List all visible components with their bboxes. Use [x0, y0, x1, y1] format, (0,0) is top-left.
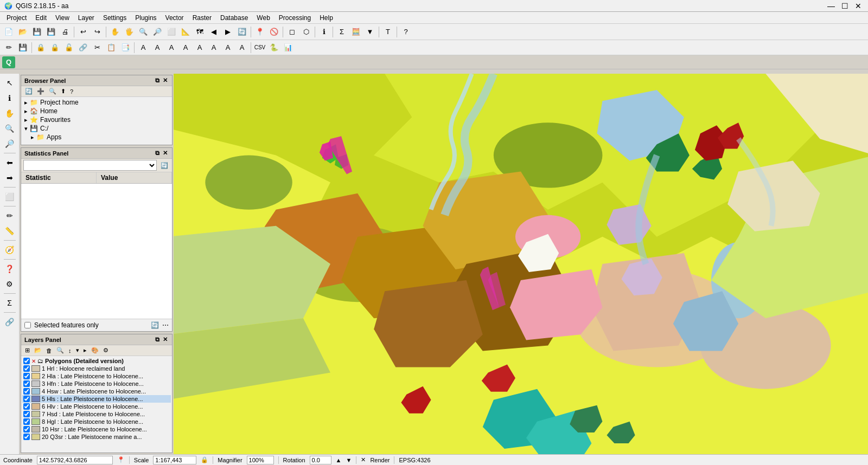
- layer-q3sr[interactable]: 20 Q3sr : Late Pleistocene marine a...: [22, 433, 171, 441]
- label4-btn[interactable]: A: [179, 41, 192, 54]
- layers-close-btn[interactable]: ✕: [162, 335, 169, 344]
- clear-rotation-btn[interactable]: ✕: [361, 456, 366, 463]
- browser-collapse-btn[interactable]: ⬆: [59, 87, 67, 95]
- browser-close-btn[interactable]: ✕: [162, 76, 169, 85]
- calc-btn[interactable]: 🧮: [349, 25, 362, 38]
- lock-btn[interactable]: 🔒: [34, 41, 47, 54]
- menu-project[interactable]: Project: [2, 13, 31, 23]
- menu-layer[interactable]: Layer: [74, 13, 99, 23]
- layer-hla[interactable]: 2 Hla : Late Pleistocene to Holocene...: [22, 372, 171, 380]
- link-btn[interactable]: 🔗: [76, 41, 90, 54]
- tool-zoom-out[interactable]: 🔎: [2, 137, 17, 151]
- pan-to-selection-btn[interactable]: 🖐: [123, 25, 136, 38]
- tree-item-apps[interactable]: ▸ 📁 Apps: [22, 133, 171, 141]
- menu-plugins[interactable]: Plugins: [131, 13, 161, 23]
- browser-filter-btn[interactable]: 🔍: [47, 87, 58, 95]
- layers-collapse-btn[interactable]: ▸: [82, 346, 88, 354]
- layers-sort-btn[interactable]: ↕: [67, 347, 73, 354]
- open-project-btn[interactable]: 📂: [16, 25, 29, 38]
- layers-add-group-btn[interactable]: ⊞: [23, 346, 31, 354]
- layer-hsd-visibility[interactable]: [23, 411, 30, 417]
- zoom-next-btn[interactable]: ▶: [221, 25, 234, 38]
- browser-float-btn[interactable]: ⧉: [154, 76, 161, 85]
- layer-hlv[interactable]: 6 Hlv : Late Pleistocene to Holocene...: [22, 403, 171, 410]
- rotation-down-btn[interactable]: ▼: [346, 457, 352, 463]
- menu-view[interactable]: View: [51, 13, 74, 23]
- layer-hls-visibility[interactable]: [23, 396, 30, 402]
- paste-btn[interactable]: 📑: [119, 41, 132, 54]
- refresh-btn[interactable]: 🔄: [235, 25, 248, 38]
- lock-icon[interactable]: 🔒: [201, 456, 208, 463]
- layers-theme-btn[interactable]: 🎨: [90, 346, 100, 354]
- rotation-input[interactable]: [310, 456, 331, 464]
- layer-hfn[interactable]: 3 Hfn : Late Pleistocene to Holocene...: [22, 380, 171, 388]
- layers-properties-btn[interactable]: ⚙: [101, 346, 110, 354]
- label2-btn[interactable]: A: [151, 41, 164, 54]
- layer-hsd[interactable]: 7 Hsd : Late Pleistocene to Holocene...: [22, 410, 171, 418]
- layer-group-polygons[interactable]: ✕ 🗂 Polygons (Detailed version): [22, 357, 171, 365]
- rotation-up-btn[interactable]: ▲: [336, 457, 342, 463]
- selected-features-refresh-btn[interactable]: 🔄: [151, 321, 159, 329]
- label5-btn[interactable]: A: [193, 41, 206, 54]
- layer-group-visibility[interactable]: [23, 358, 30, 364]
- tool-info[interactable]: ❓: [2, 262, 17, 276]
- tool-zoom-in[interactable]: 🔍: [2, 121, 17, 135]
- copy-btn[interactable]: 📋: [105, 41, 118, 54]
- layer-hlv-visibility[interactable]: [23, 403, 30, 410]
- minimize-button[interactable]: —: [825, 2, 837, 10]
- unlock-btn[interactable]: 🔓: [62, 41, 75, 54]
- tool-forward[interactable]: ➡: [2, 171, 17, 185]
- magnifier-input[interactable]: [247, 456, 274, 464]
- layer-hsr[interactable]: 10 Hsr : Late Pleistocene to Holocene...: [22, 425, 171, 433]
- layer-hrl-visibility[interactable]: [23, 365, 30, 372]
- browser-help-btn[interactable]: ?: [68, 88, 75, 95]
- tool-pan[interactable]: ✋: [2, 106, 17, 120]
- map-area[interactable]: [174, 74, 868, 454]
- browser-refresh-btn[interactable]: 🔄: [23, 87, 34, 95]
- select-features-btn[interactable]: ◻: [285, 25, 298, 38]
- label7-btn[interactable]: A: [221, 41, 234, 54]
- label-btn[interactable]: T: [381, 25, 394, 38]
- menu-database[interactable]: Database: [216, 13, 252, 23]
- identify-btn[interactable]: ℹ: [317, 25, 330, 38]
- new-project-btn[interactable]: 📄: [2, 25, 15, 38]
- stats-btn[interactable]: Σ: [335, 25, 348, 38]
- chart-btn[interactable]: 📊: [282, 41, 295, 54]
- zoom-out-btn[interactable]: 🔎: [151, 25, 164, 38]
- layer-hla-visibility[interactable]: [23, 373, 30, 379]
- python-btn[interactable]: 🐍: [267, 41, 280, 54]
- print-btn[interactable]: 🖨: [59, 25, 72, 38]
- save-as-btn[interactable]: 💾: [44, 25, 58, 38]
- edit-btn[interactable]: ✏: [2, 41, 15, 54]
- tool-identify[interactable]: ℹ: [2, 91, 17, 105]
- menu-web[interactable]: Web: [252, 13, 274, 23]
- zoom-full-btn[interactable]: ⬜: [165, 25, 178, 38]
- select-location-btn[interactable]: 📍: [253, 25, 266, 38]
- layer-hgl-visibility[interactable]: [23, 418, 30, 425]
- menu-edit[interactable]: Edit: [31, 13, 51, 23]
- coordinate-input[interactable]: [37, 456, 113, 464]
- label3-btn[interactable]: A: [165, 41, 178, 54]
- selected-features-checkbox[interactable]: [24, 322, 31, 328]
- deselect-btn[interactable]: 🚫: [267, 25, 280, 38]
- layers-filter-btn[interactable]: 🔍: [55, 346, 66, 354]
- heatmap-btn[interactable]: ▼: [363, 25, 376, 38]
- tool-edit[interactable]: ✏: [2, 209, 17, 223]
- label6-btn[interactable]: A: [207, 41, 220, 54]
- zoom-selection-btn[interactable]: 📐: [179, 25, 192, 38]
- save-edits-btn[interactable]: 💾: [16, 41, 29, 54]
- layer-hrl[interactable]: 1 Hrl : Holocene reclaimed land: [22, 365, 171, 372]
- zoom-in-btn[interactable]: 🔍: [137, 25, 150, 38]
- maximize-button[interactable]: ☐: [839, 2, 851, 10]
- csv-btn[interactable]: CSV: [253, 41, 266, 54]
- tree-item-c[interactable]: ▾ 💾 C:/: [22, 124, 171, 133]
- layer-hsw-visibility[interactable]: [23, 388, 30, 395]
- layer-hsr-visibility[interactable]: [23, 426, 30, 432]
- label1-btn[interactable]: A: [137, 41, 150, 54]
- label8-btn[interactable]: A: [235, 41, 248, 54]
- help-btn[interactable]: ?: [399, 25, 412, 38]
- layer-remove-icon[interactable]: ✕: [31, 358, 36, 364]
- tree-item-favourites[interactable]: ▸ ⭐ Favourites: [22, 115, 171, 124]
- layers-float-btn[interactable]: ⧉: [154, 335, 161, 344]
- tool-back[interactable]: ⬅: [2, 156, 17, 170]
